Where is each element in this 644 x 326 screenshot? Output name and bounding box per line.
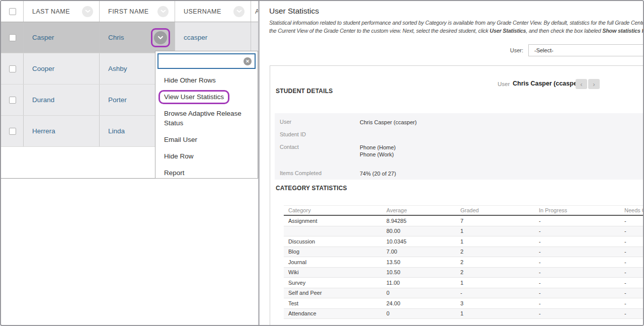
stats-row: Assignment 8.94285 7 - - bbox=[284, 216, 644, 226]
student-details-box: User Chris Casper (ccasper) Student ID C… bbox=[275, 113, 644, 180]
stats-in-progress: - bbox=[539, 228, 624, 234]
previous-user-button[interactable]: ‹ bbox=[576, 79, 587, 89]
column-header-last-name[interactable]: LAST NAME bbox=[24, 1, 100, 22]
row-checkbox-cell bbox=[1, 85, 24, 115]
row-checkbox[interactable] bbox=[9, 65, 16, 72]
stats-graded: 1 bbox=[460, 280, 539, 286]
last-name-cell: Herrera bbox=[24, 116, 100, 146]
stats-needs-grading: - bbox=[624, 238, 644, 244]
stats-needs-grading: - bbox=[624, 259, 644, 265]
row-context-menu-button[interactable] bbox=[154, 31, 167, 44]
stats-graded: 2 bbox=[460, 269, 539, 275]
menu-item-hide-other-rows[interactable]: Hide Other Rows bbox=[155, 72, 258, 89]
description-bold: User Statistics bbox=[490, 28, 526, 34]
stats-average: 11.00 bbox=[386, 280, 460, 286]
stats-row: Blog 7.00 2 - - bbox=[284, 247, 644, 258]
last-name-link[interactable]: Cooper bbox=[32, 65, 54, 72]
chevron-down-icon[interactable] bbox=[82, 6, 93, 17]
first-name-link[interactable]: Linda bbox=[108, 127, 125, 135]
detail-label: Student ID bbox=[280, 131, 306, 137]
column-header-label: FIRST NAME bbox=[108, 8, 148, 15]
next-user-button[interactable]: › bbox=[588, 79, 600, 89]
description-text: the Current View of the Grade Center to … bbox=[269, 28, 490, 34]
user-filter-select[interactable]: -Select- bbox=[528, 44, 644, 56]
stats-average: 0 bbox=[386, 290, 460, 296]
detail-value: 74% (20 of 27) bbox=[360, 170, 396, 177]
stats-category: Assignment bbox=[284, 218, 386, 224]
menu-item-email-user[interactable]: Email User bbox=[155, 131, 258, 148]
column-header-username[interactable]: USERNAME bbox=[175, 1, 251, 22]
menu-item-view-user-statistics[interactable]: View User Statistics bbox=[155, 89, 258, 105]
row-checkbox[interactable] bbox=[9, 34, 16, 41]
stats-needs-grading: - bbox=[624, 218, 644, 224]
detail-value: Chris Casper (ccasper) bbox=[360, 119, 417, 126]
stats-needs-grading: - bbox=[624, 300, 644, 306]
chevron-down-icon[interactable] bbox=[233, 6, 245, 17]
stats-category: Blog bbox=[284, 249, 386, 255]
column-header-label: USERNAME bbox=[184, 8, 221, 15]
stats-needs-grading: - bbox=[624, 310, 644, 316]
highlight-ring bbox=[151, 28, 170, 47]
description-line-2: the Current View of the Grade Center to … bbox=[269, 28, 644, 34]
contact-phone-work: Phone (Work) bbox=[360, 151, 394, 157]
stats-category: Attendance bbox=[284, 310, 386, 316]
menu-search-box: ✕ bbox=[157, 53, 256, 69]
partial-cell bbox=[251, 22, 258, 53]
last-name-link[interactable]: Herrera bbox=[32, 127, 55, 135]
user-statistics-panel: User Statistics Statistical information … bbox=[260, 1, 644, 326]
row-checkbox-cell bbox=[1, 53, 24, 84]
stats-graded: 2 bbox=[460, 249, 539, 255]
user-nav-label: User bbox=[498, 81, 510, 87]
stats-in-progress: - bbox=[539, 249, 624, 255]
stats-average: 10.50 bbox=[386, 269, 460, 275]
stats-category: Journal bbox=[284, 259, 386, 265]
stats-col-category: Category bbox=[284, 207, 386, 213]
row-context-menu: ✕ Hide Other Rows View User Statistics B… bbox=[155, 51, 258, 179]
clear-search-icon[interactable]: ✕ bbox=[244, 57, 252, 65]
menu-item-label: View User Statistics bbox=[164, 93, 224, 101]
last-name-link[interactable]: Durand bbox=[32, 96, 54, 104]
detail-label: Items Completed bbox=[280, 170, 321, 176]
column-header-first-name[interactable]: FIRST NAME bbox=[100, 1, 175, 22]
last-name-cell: Cooper bbox=[24, 53, 100, 84]
menu-item-hide-row[interactable]: Hide Row bbox=[155, 148, 258, 165]
menu-search-input[interactable] bbox=[158, 54, 255, 68]
stats-row: Attendance 0 1 - - bbox=[284, 309, 644, 319]
detail-label: User bbox=[280, 119, 291, 125]
first-name-link[interactable]: Chris bbox=[108, 34, 124, 41]
stats-category: Self and Peer bbox=[284, 290, 386, 296]
description-bold: Show statistics for current bbox=[602, 28, 644, 34]
stats-category: Test bbox=[284, 300, 386, 306]
stats-average: 10.0345 bbox=[386, 238, 460, 244]
statistics-card: User Chris Casper (ccasper) ‹ › STUDENT … bbox=[270, 65, 644, 326]
stats-category: Survey bbox=[284, 280, 386, 286]
stats-row: Journal 13.50 2 - - bbox=[284, 257, 644, 268]
menu-item-browse-adaptive-release-status[interactable]: Browse Adaptive Release Status bbox=[155, 105, 258, 131]
stats-in-progress: - bbox=[539, 259, 624, 265]
first-name-link[interactable]: Ashby bbox=[108, 65, 127, 72]
detail-value: Phone (Home)Phone (Work) bbox=[360, 144, 396, 158]
row-checkbox[interactable] bbox=[9, 97, 16, 104]
stats-average: 13.50 bbox=[386, 259, 460, 265]
first-name-link[interactable]: Porter bbox=[108, 96, 127, 104]
row-checkbox[interactable] bbox=[9, 128, 16, 135]
stats-in-progress: - bbox=[539, 280, 624, 286]
contact-phone-home: Phone (Home) bbox=[360, 144, 396, 150]
username-link[interactable]: ccasper bbox=[184, 34, 207, 41]
stats-needs-grading: - bbox=[624, 269, 644, 275]
stats-category: Wiki bbox=[284, 269, 386, 275]
stats-needs-grading: - bbox=[624, 280, 644, 286]
last-name-cell: Casper bbox=[24, 22, 100, 53]
menu-item-report[interactable]: Report bbox=[155, 165, 258, 181]
stats-in-progress: - bbox=[539, 300, 624, 306]
column-header-label: LAST NAME bbox=[32, 8, 70, 15]
table-header-row: LAST NAME FIRST NAME USERNAME A bbox=[1, 1, 258, 22]
chevron-down-icon[interactable] bbox=[157, 6, 169, 17]
stats-graded: 1 bbox=[460, 310, 539, 316]
current-user-name: Chris Casper (ccasper) bbox=[513, 80, 582, 87]
stats-in-progress: - bbox=[539, 238, 624, 244]
select-all-checkbox[interactable] bbox=[9, 8, 16, 15]
stats-average: 8.94285 bbox=[386, 218, 460, 224]
first-name-cell: Chris bbox=[100, 22, 175, 53]
last-name-link[interactable]: Casper bbox=[32, 34, 54, 41]
